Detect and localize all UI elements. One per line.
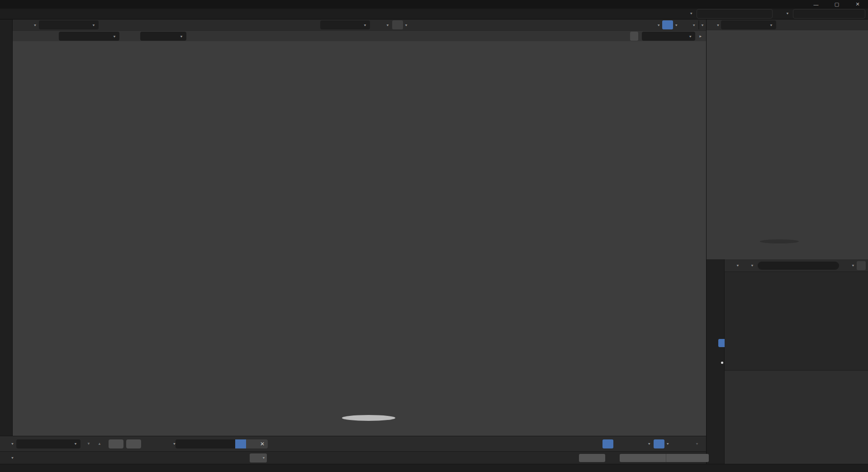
blender-menu-icon[interactable]: [5, 10, 12, 18]
new-collection-button[interactable]: [857, 261, 866, 270]
outliner-search-input[interactable]: [758, 262, 839, 270]
auto-key-options-button[interactable]: ▼: [261, 453, 267, 462]
sidebar-expand-arrow[interactable]: ▼: [699, 34, 703, 38]
xray-icon: [682, 21, 689, 29]
orientation-icon: [859, 21, 866, 29]
stash-button[interactable]: [126, 439, 141, 448]
proportional-edit-keys-button[interactable]: [672, 439, 683, 448]
search-icon: [761, 263, 767, 268]
snap-time-icon: [655, 440, 663, 448]
record-dot-icon: [251, 454, 259, 462]
copy-scene-icon[interactable]: [756, 10, 763, 18]
fake-user-toggle[interactable]: [235, 439, 246, 448]
editor-3d-icon: [16, 21, 24, 29]
mode-switch-button[interactable]: ▼: [25, 20, 36, 29]
pose-mode-icon: [42, 21, 49, 29]
timeline-editor-type-button[interactable]: ▼: [3, 453, 14, 462]
copy-icon: [248, 440, 255, 448]
view-layer-browse-icon[interactable]: [777, 10, 784, 18]
new-collection-icon: [858, 262, 865, 269]
dopesheet-editor-type-button[interactable]: ▼: [3, 439, 14, 448]
current-frame-field[interactable]: [579, 454, 605, 462]
unlink-scene-icon[interactable]: [763, 10, 770, 18]
drag-setting-dropdown[interactable]: ▼: [140, 32, 186, 41]
xray-toggle-button[interactable]: [680, 20, 691, 29]
show-overlays-button[interactable]: [662, 20, 673, 29]
unlink-action-button[interactable]: ✕: [257, 439, 268, 448]
snap-toggle-button[interactable]: [374, 20, 384, 29]
asset-shelf-strip[interactable]: [0, 19, 13, 436]
frame-end-field[interactable]: [666, 454, 709, 462]
filter-funnel-icon[interactable]: [843, 262, 850, 269]
properties-content[interactable]: [725, 370, 868, 464]
close-button[interactable]: ✕: [847, 0, 868, 9]
show-gizmo-button[interactable]: [645, 20, 655, 29]
minimize-button[interactable]: —: [806, 0, 826, 9]
view-layer-selector[interactable]: [793, 9, 865, 19]
falloff-button[interactable]: [683, 439, 694, 448]
mode-pin-icon: [708, 21, 715, 29]
timeline-header: ▼ ▼: [0, 451, 706, 464]
proportional-edit-button[interactable]: [392, 20, 403, 29]
blender-logo-icon: [4, 1, 11, 8]
proportional-edit-icon: [674, 440, 681, 448]
preview-viewport-canvas[interactable]: [707, 30, 868, 260]
proportional-edit-icon: [394, 21, 401, 29]
shading-mode-group: [698, 20, 699, 29]
move-channel-down-button[interactable]: ▼: [83, 439, 94, 448]
preview-editor-type-button[interactable]: ▼: [708, 20, 719, 29]
only-selected-filter-button[interactable]: [602, 439, 613, 448]
magnet-icon: [375, 21, 383, 29]
scene-selector[interactable]: [697, 9, 773, 19]
right-column: ▼ ▼ ▼ ▼ ▼: [706, 19, 868, 464]
remove-view-layer-icon[interactable]: [856, 10, 863, 18]
tool-settings-bar: ▼ ▼ ▼ ▼: [13, 30, 706, 42]
clock-icon: [2, 454, 9, 462]
transform-orientation-dropdown[interactable]: ▼: [320, 20, 370, 29]
viewport-3d[interactable]: ▼ ▼ ▼ ▼ ▼ ▼ ▼ ▼ ▼: [13, 19, 706, 436]
properties-editor-icon[interactable]: [710, 263, 717, 270]
orientation-icon: [323, 21, 331, 29]
browse-action-button[interactable]: ▼: [165, 439, 175, 448]
snap-keys-button[interactable]: [654, 439, 664, 448]
display-mode-icon[interactable]: [727, 262, 735, 269]
dopesheet-mode-dropdown[interactable]: ▼: [16, 439, 81, 448]
topbar: ▼ ▼: [0, 9, 868, 19]
mirror-x-toggle[interactable]: [630, 32, 638, 41]
properties-tab-strip: [707, 259, 725, 464]
auto-key-record-button[interactable]: [250, 453, 261, 462]
pose-options-dropdown[interactable]: ▼: [642, 32, 695, 41]
editor-type-button[interactable]: [14, 20, 25, 29]
outliner-header: ▼ ▼ ▼: [725, 259, 868, 272]
titlebar: — ▢ ✕: [0, 0, 868, 9]
viewport-canvas[interactable]: [13, 41, 706, 436]
filter-funnel-icon: [637, 440, 644, 448]
push-down-button[interactable]: [109, 439, 123, 448]
frame-start-field[interactable]: [620, 454, 666, 462]
show-errors-button[interactable]: [624, 439, 635, 448]
add-workspace-button[interactable]: [27, 13, 38, 16]
overlays-icon: [664, 21, 671, 29]
copy-view-layer-icon[interactable]: [849, 10, 856, 18]
window-controls: — ▢ ✕: [806, 0, 868, 9]
maximize-button[interactable]: ▢: [826, 0, 847, 9]
fake-user-icon: [237, 440, 244, 448]
scene-browse-icon[interactable]: [681, 10, 688, 18]
action-name-field[interactable]: [175, 439, 235, 448]
orientation-setting-dropdown[interactable]: ▼: [59, 32, 119, 41]
filter-button[interactable]: [635, 439, 646, 448]
move-channel-up-button[interactable]: ▲: [94, 439, 105, 448]
show-hidden-button[interactable]: [613, 439, 624, 448]
blender-window: { "window": { "title": "* Female_2.1.24_…: [0, 0, 868, 472]
pin-icon[interactable]: [749, 10, 756, 18]
status-bar: [0, 464, 868, 472]
metarig-marker-dot: [721, 362, 723, 364]
preview-mode-dropdown[interactable]: ▼: [721, 20, 776, 29]
pointer-icon: [604, 440, 612, 448]
viewport-header: ▼ ▼ ▼ ▼ ▼ ▼ ▼ ▼ ▼: [13, 19, 706, 30]
new-action-button[interactable]: [246, 439, 257, 448]
dopesheet-icon: [2, 440, 9, 448]
filter-view-layer-icon[interactable]: [742, 262, 749, 269]
mode-dropdown[interactable]: ▼: [39, 20, 99, 29]
mirror-icon: [621, 33, 628, 40]
